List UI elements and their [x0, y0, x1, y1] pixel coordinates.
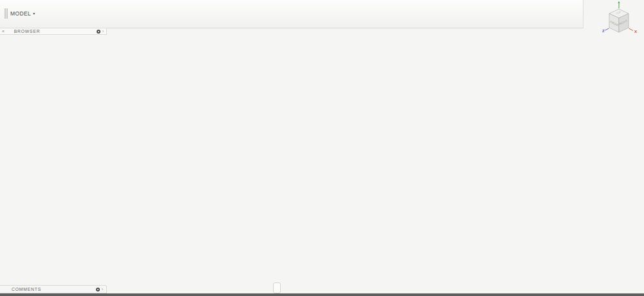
- workspace-label: MODEL: [10, 10, 31, 17]
- browser-panel: « BROWSER ›: [0, 28, 111, 37]
- viewcube-z-label: Z: [602, 28, 605, 33]
- viewcube-y-axis-arrow: [618, 1, 620, 9]
- view-cube[interactable]: FRONT RIGHT TOP Z X: [596, 0, 644, 46]
- workspace-switcher-model[interactable]: MODEL ▾: [10, 7, 35, 20]
- navigation-toolbar: [273, 282, 281, 293]
- browser-title: BROWSER: [14, 29, 97, 34]
- panel-options-icon[interactable]: [97, 30, 100, 34]
- toolbar-grip-handle[interactable]: [5, 8, 8, 19]
- panel-chevron-icon[interactable]: ›: [102, 287, 104, 291]
- fusion360-window: MODEL ▾ FRONT RIGHT TOP Z: [0, 0, 644, 296]
- viewcube-z-axis-arrow: Z: [602, 28, 609, 33]
- comments-title: COMMENTS: [12, 287, 96, 291]
- panel-options-icon[interactable]: [96, 288, 100, 291]
- browser-header[interactable]: « BROWSER ›: [0, 28, 107, 35]
- chevron-down-icon: ▾: [33, 12, 35, 15]
- top-toolbar: MODEL ▾: [0, 0, 583, 28]
- collapse-panel-icon[interactable]: «: [2, 29, 5, 34]
- viewport-canvas[interactable]: [0, 0, 644, 296]
- bottom-edge-strip: [0, 293, 644, 296]
- viewcube-x-label: X: [634, 29, 638, 34]
- viewcube-x-axis-arrow: X: [629, 28, 638, 34]
- panel-chevron-icon[interactable]: ›: [102, 29, 104, 34]
- comments-panel[interactable]: COMMENTS ›: [0, 285, 107, 293]
